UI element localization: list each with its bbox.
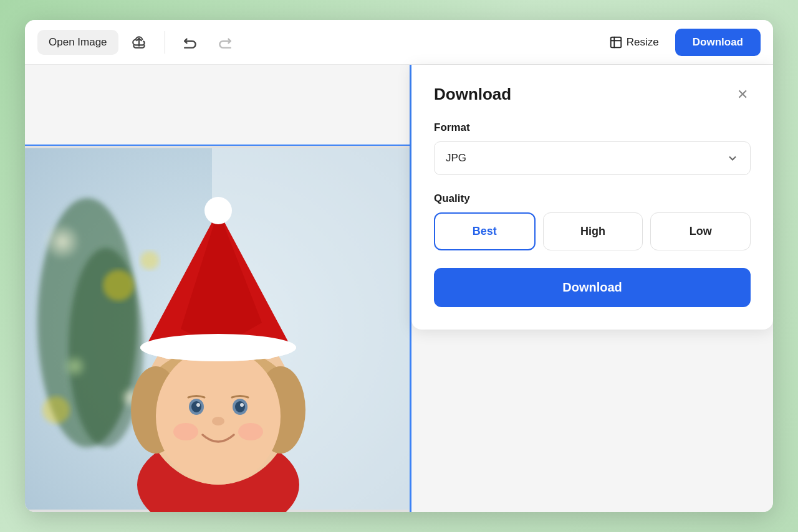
- chevron-down-icon: [726, 152, 739, 164]
- main-area: Download ✕ Format JPG Quality: [25, 65, 773, 512]
- toolbar: Open Image: [25, 20, 773, 65]
- canvas-area: [25, 65, 411, 512]
- redo-button[interactable]: [211, 29, 238, 55]
- toolbar-divider: [165, 31, 165, 54]
- svg-point-17: [156, 348, 281, 485]
- image-placeholder: [25, 146, 411, 512]
- child-scene-svg: [25, 146, 411, 512]
- svg-point-25: [173, 423, 198, 440]
- svg-point-30: [204, 197, 232, 224]
- quality-label: Quality: [434, 192, 751, 205]
- redo-icon: [216, 34, 233, 50]
- cloud-icon: [131, 34, 147, 50]
- svg-point-8: [140, 251, 159, 270]
- svg-point-22: [196, 403, 200, 407]
- close-dialog-button[interactable]: ✕: [734, 85, 751, 104]
- svg-rect-1: [611, 37, 622, 47]
- svg-point-7: [62, 354, 87, 379]
- svg-point-24: [212, 417, 224, 425]
- app-container: Open Image: [25, 20, 773, 512]
- quality-section: Quality Best High Low: [434, 192, 751, 250]
- svg-point-5: [44, 223, 81, 260]
- quality-buttons: Best High Low: [434, 212, 751, 250]
- quality-high-button[interactable]: High: [543, 212, 643, 250]
- svg-point-33: [177, 338, 197, 355]
- format-dropdown[interactable]: JPG: [434, 141, 751, 175]
- svg-point-9: [42, 396, 70, 424]
- format-section: Format JPG: [434, 121, 751, 175]
- dialog-header: Download ✕: [434, 85, 751, 104]
- cloud-button[interactable]: [126, 29, 152, 55]
- svg-point-36: [257, 339, 279, 359]
- svg-point-6: [103, 270, 134, 301]
- open-image-button[interactable]: Open Image: [37, 30, 118, 55]
- canvas-top-bar: [25, 65, 411, 146]
- svg-point-32: [157, 339, 180, 359]
- resize-icon: [609, 36, 623, 49]
- download-dialog: Download ✕ Format JPG Quality: [411, 65, 773, 330]
- format-label: Format: [434, 121, 751, 134]
- svg-point-26: [238, 423, 263, 440]
- svg-point-23: [240, 403, 244, 407]
- svg-point-34: [207, 336, 229, 354]
- svg-point-35: [239, 338, 259, 355]
- download-dialog-button[interactable]: Download: [434, 268, 751, 307]
- svg-point-20: [191, 401, 201, 412]
- format-value: JPG: [446, 152, 466, 164]
- download-toolbar-button[interactable]: Download: [675, 29, 761, 56]
- quality-low-button[interactable]: Low: [650, 212, 751, 250]
- undo-button[interactable]: [178, 29, 204, 55]
- resize-label: Resize: [627, 36, 659, 49]
- undo-icon: [183, 34, 199, 50]
- right-panel-area: Download ✕ Format JPG Quality: [411, 65, 773, 512]
- svg-point-21: [235, 401, 245, 412]
- quality-best-button[interactable]: Best: [434, 212, 536, 250]
- resize-button[interactable]: Resize: [600, 31, 668, 54]
- dialog-title: Download: [434, 85, 511, 104]
